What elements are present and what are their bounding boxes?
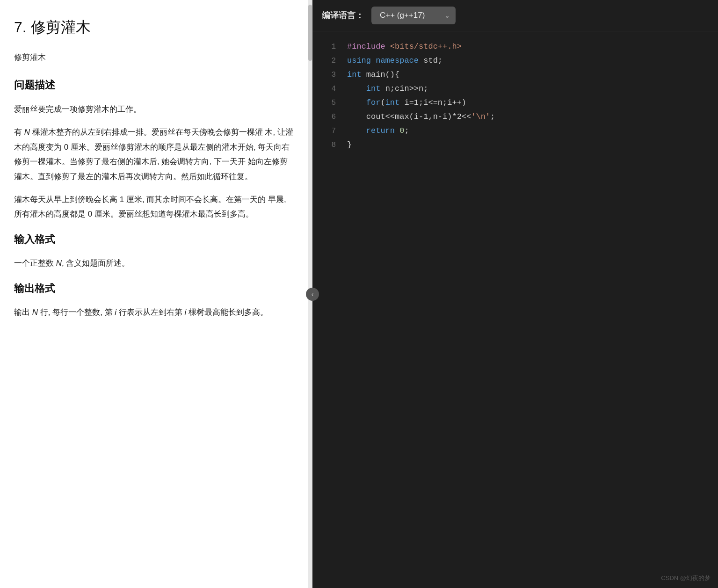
code-content-6: cout<<max(i-1,n-i)*2<<'\n'; [347, 112, 495, 121]
code-line-1: 1 #include <bits/stdc++.h> [312, 41, 718, 55]
paragraph-4: 一个正整数 N, 含义如题面所述。 [14, 256, 293, 270]
section-heading-output: 输出格式 [14, 279, 293, 298]
code-content-3: int main(){ [347, 70, 399, 79]
line-number-8: 8 [322, 141, 336, 149]
lang-label: 编译语言： [322, 10, 364, 21]
left-panel: 7. 修剪灌木 修剪灌木 问题描述 爱丽丝要完成一项修剪灌木的工作。 有 N 棵… [0, 0, 312, 588]
code-line-5: 5 for(int i=1;i<=n;i++) [312, 97, 718, 111]
paragraph-1: 爱丽丝要完成一项修剪灌木的工作。 [14, 102, 293, 116]
page-title: 7. 修剪灌木 [14, 14, 293, 41]
line-number-4: 4 [322, 85, 336, 93]
left-content[interactable]: 7. 修剪灌木 修剪灌木 问题描述 爱丽丝要完成一项修剪灌木的工作。 有 N 棵… [0, 0, 312, 588]
collapse-button[interactable]: ‹ [306, 288, 319, 301]
paragraph-3: 灌木每天从早上到傍晚会长高 1 厘米, 而其余时间不会长高。在第一天的 早晨, … [14, 192, 293, 222]
paragraph-5: 输出 N 行, 每行一个整数, 第 i 行表示从左到右第 i 棵树最高能长到多高… [14, 305, 293, 319]
code-line-7: 7 return 0; [312, 125, 718, 139]
line-number-1: 1 [322, 43, 336, 51]
code-content-1: #include <bits/stdc++.h> [347, 42, 462, 51]
lang-value: C++ (g++17) [380, 11, 425, 20]
right-panel: ‹ 编译语言： C++ (g++17) ⌄ 1 #include <bits/s… [312, 0, 718, 588]
line-number-5: 5 [322, 99, 336, 107]
code-line-8: 8 } [312, 139, 718, 153]
right-header: 编译语言： C++ (g++17) ⌄ [312, 0, 718, 31]
code-line-6: 6 cout<<max(i-1,n-i)*2<<'\n'; [312, 111, 718, 125]
line-number-3: 3 [322, 71, 336, 79]
code-content-4: int n;cin>>n; [347, 84, 428, 93]
paragraph-2: 有 N 棵灌木整齐的从左到右排成一排。爱丽丝在每天傍晚会修剪一棵灌 木, 让灌木… [14, 125, 293, 184]
code-content-2: using namespace std; [347, 56, 442, 65]
lang-selector-box[interactable]: C++ (g++17) [371, 7, 456, 24]
watermark: CSDN @幻夜的梦 [661, 574, 711, 582]
code-line-3: 3 int main(){ [312, 69, 718, 83]
line-number-7: 7 [322, 127, 336, 135]
section-heading-input: 输入格式 [14, 230, 293, 249]
code-line-4: 4 int n;cin>>n; [312, 83, 718, 97]
line-number-6: 6 [322, 113, 336, 121]
section-heading-problem: 问题描述 [14, 76, 293, 94]
code-content-5: for(int i=1;i<=n;i++) [347, 98, 466, 107]
line-number-2: 2 [322, 57, 336, 65]
lang-selector-wrapper: C++ (g++17) ⌄ [371, 7, 456, 24]
code-content-7: return 0; [347, 126, 409, 135]
subtitle: 修剪灌木 [14, 51, 293, 65]
code-content-8: } [347, 140, 352, 149]
code-area[interactable]: 1 #include <bits/stdc++.h> 2 using names… [312, 31, 718, 588]
code-line-2: 2 using namespace std; [312, 55, 718, 69]
scroll-thumb [308, 5, 312, 61]
